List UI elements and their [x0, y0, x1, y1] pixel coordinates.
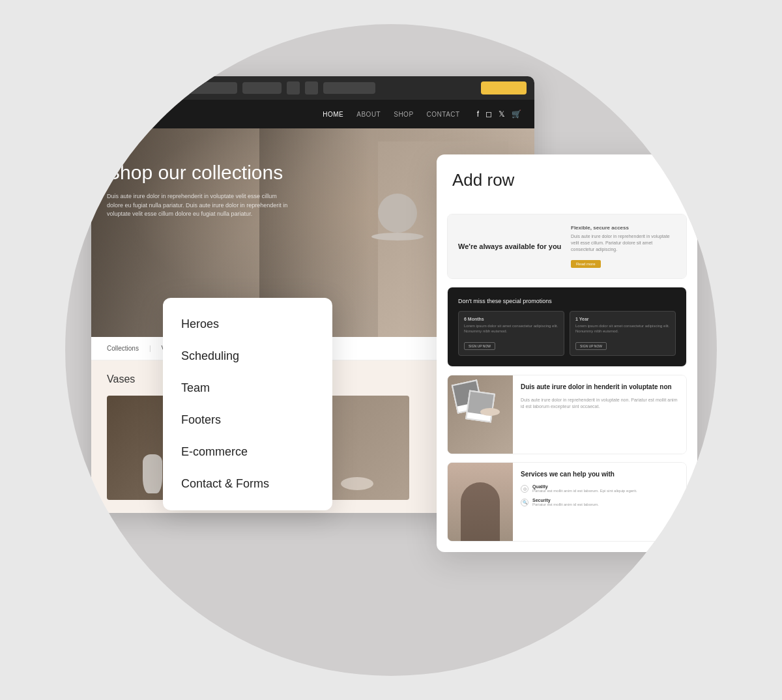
card-right-title: Flexible, secure access	[571, 225, 676, 231]
hero-content: Shop our collections Duis aute irure dol…	[107, 161, 289, 219]
photo-card-title: Duis aute irure dolor in henderit in vol…	[521, 383, 678, 390]
people-image	[448, 463, 513, 541]
service-text-quality: Quality Pariatur est mollit anim id est …	[532, 484, 678, 494]
promo-option-2[interactable]: 1 Year Lorem ipsum dolor sit amet consec…	[570, 311, 676, 356]
service-item-security: 🔍 Security Pariatur est mollit anim id e…	[521, 498, 678, 508]
promotions-card[interactable]: Don't miss these special promotions 6 Mo…	[447, 287, 687, 367]
quality-icon: ◎	[521, 485, 529, 493]
card-available-left-text: We're always available for you	[458, 242, 563, 251]
site-nav: M MONO HOME ABOUT SHOP CONTACT f ◻ 𝕏 🛒	[91, 100, 534, 128]
logo-icon: M	[104, 105, 123, 123]
social-icons: f ◻ 𝕏 🛒	[477, 109, 521, 119]
promo-1-title: 6 Months	[464, 317, 558, 321]
promo-option-1[interactable]: 6 Months Lorem ipsum dolor sit amet cons…	[458, 311, 564, 356]
brand-name: MONO	[126, 109, 152, 119]
services-card-inner: Services we can help you with ◎ Quality …	[448, 463, 686, 541]
promo-1-text: Lorem ipsum dolor sit amet consectetur a…	[464, 324, 558, 334]
outer-circle: M MONO HOME ABOUT SHOP CONTACT f ◻ 𝕏 🛒	[65, 24, 717, 676]
card-right-text: Duis aute irure dolor in reprehenderit i…	[571, 233, 676, 252]
service-text-security: Security Pariatur est mollit anim id est…	[532, 498, 678, 508]
dropdown-item-ecommerce[interactable]: E-commerce	[163, 436, 332, 468]
photo-card-text: Duis aute irure dolor in reprehenderit i…	[521, 397, 678, 410]
nav-home[interactable]: HOME	[323, 111, 343, 118]
security-icon: 🔍	[521, 499, 529, 506]
photo-card-content: Duis aute irure dolor in henderit in vol…	[513, 375, 686, 454]
cart-icon[interactable]: 🛒	[512, 109, 521, 119]
services-title: Services we can help you with	[521, 471, 678, 478]
read-more-button[interactable]: Read more	[571, 260, 601, 268]
quality-desc: Pariatur est mollit anim id est laborum.…	[532, 489, 678, 494]
photo-card-image	[448, 375, 513, 454]
toolbar-pill-4	[323, 82, 375, 94]
hero-subtitle: Duis aute irure dolor in reprehenderit i…	[107, 192, 289, 219]
always-available-card[interactable]: We're always available for you Flexible,…	[447, 214, 687, 279]
person-silhouette	[461, 482, 500, 541]
vase-shape-1	[143, 454, 162, 493]
facebook-icon[interactable]: f	[477, 109, 479, 119]
promo-options: 6 Months Lorem ipsum dolor sit amet cons…	[458, 311, 676, 356]
dropdown-item-scheduling[interactable]: Scheduling	[163, 340, 332, 372]
site-logo: M MONO	[104, 105, 152, 123]
promotions-inner: Don't miss these special promotions 6 Mo…	[448, 287, 686, 366]
service-item-quality: ◎ Quality Pariatur est mollit anim id es…	[521, 484, 678, 494]
address-pill-2	[185, 82, 237, 94]
dropdown-item-footers[interactable]: Footers	[163, 404, 332, 436]
card-available-right: Flexible, secure access Duis aute irure …	[571, 225, 676, 268]
photo-card-inner: Duis aute irure dolor in henderit in vol…	[448, 375, 686, 454]
toolbar-sq-1	[287, 81, 300, 95]
instagram-icon[interactable]: ◻	[485, 109, 492, 119]
nav-shop[interactable]: SHOP	[394, 111, 413, 118]
promo-2-title: 1 Year	[575, 317, 670, 321]
bowl-shape-1	[341, 477, 373, 490]
polaroid-2	[465, 390, 495, 422]
add-row-title: Add row	[452, 170, 682, 190]
polaroid-3	[480, 408, 500, 416]
security-desc: Pariatur est mollit anim id est laborum.	[532, 503, 678, 508]
promo-2-btn[interactable]: SIGN UP NOW	[575, 342, 607, 350]
security-label: Security	[532, 498, 678, 503]
publish-button[interactable]	[481, 81, 527, 95]
address-pill-1	[141, 82, 180, 94]
photo-card[interactable]: Duis aute irure dolor in henderit in vol…	[447, 375, 687, 454]
maximize-dot[interactable]	[120, 85, 126, 91]
promo-2-text: Lorem ipsum dolor sit amet consectetur a…	[575, 324, 670, 334]
site-nav-links: HOME ABOUT SHOP CONTACT	[323, 111, 459, 118]
browser-titlebar	[91, 76, 534, 100]
twitter-icon[interactable]: 𝕏	[499, 109, 505, 119]
toolbar-sq-2	[305, 81, 318, 95]
cat-collections[interactable]: Collections	[107, 345, 139, 352]
services-card-image	[448, 463, 513, 541]
hero-title: Shop our collections	[107, 161, 289, 184]
address-pill-3	[242, 82, 282, 94]
minimize-dot[interactable]	[109, 85, 116, 91]
services-card[interactable]: Services we can help you with ◎ Quality …	[447, 462, 687, 542]
promo-1-btn[interactable]: SIGN UP NOW	[464, 342, 495, 350]
dropdown-item-heroes[interactable]: Heroes	[163, 308, 332, 340]
address-bar	[141, 81, 527, 95]
services-content: Services we can help you with ◎ Quality …	[513, 463, 686, 541]
dropdown-item-contact[interactable]: Contact & Forms	[163, 468, 332, 500]
quality-label: Quality	[532, 484, 678, 489]
promo-title: Don't miss these special promotions	[458, 298, 676, 304]
add-row-panel: Add row We're always available for you F…	[437, 154, 697, 552]
cat-divider: |	[149, 345, 151, 352]
add-row-header: Add row	[437, 154, 697, 214]
nav-contact[interactable]: CONTACT	[427, 111, 460, 118]
dropdown-item-team[interactable]: Team	[163, 372, 332, 404]
nav-about[interactable]: ABOUT	[356, 111, 381, 118]
dropdown-menu: Heroes Scheduling Team Footers E-commerc…	[163, 298, 332, 510]
card-available-inner: We're always available for you Flexible,…	[448, 214, 686, 278]
close-dot[interactable]	[99, 85, 106, 91]
